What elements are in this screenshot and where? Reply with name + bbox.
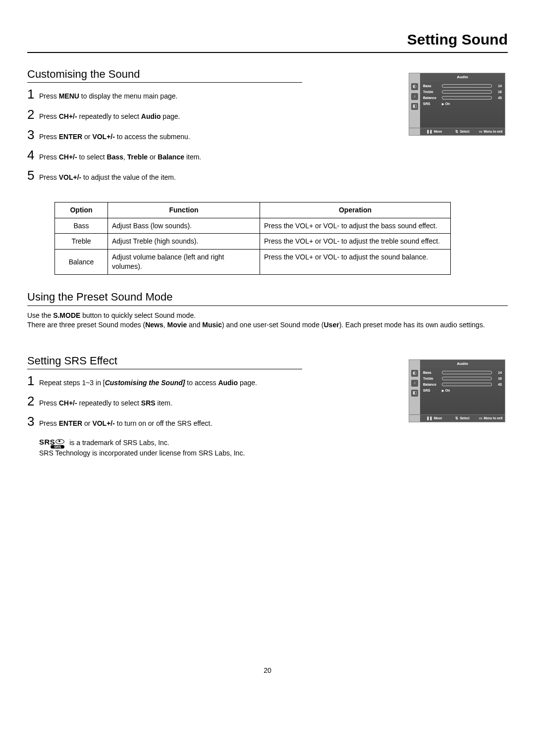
page-number: 20 xyxy=(27,666,508,675)
section-rule xyxy=(27,369,302,369)
step-1: 1 Press MENU to display the menu main pa… xyxy=(27,88,394,101)
osd-row-srs: SRSOn xyxy=(423,101,502,107)
step-4: 4 Press CH+/- to select Bass, Treble or … xyxy=(27,149,394,162)
picture-icon: ◐ xyxy=(411,83,418,90)
srs-logo-icon: SRS SRS xyxy=(39,438,64,449)
step-text: Press MENU to display the menu main page… xyxy=(39,90,177,101)
osd-title: Audio xyxy=(420,360,505,368)
step-text: Press VOL+/- to adjust the value of the … xyxy=(39,171,176,182)
step-3: 3 Press ENTER or VOL+/- to access the su… xyxy=(27,128,394,142)
step-number: 2 xyxy=(27,108,39,121)
step-1: 1 Repeat steps 1~3 in [Customising the S… xyxy=(27,374,394,388)
step-number: 1 xyxy=(27,374,39,387)
osd-row-treble: Treble16 xyxy=(423,89,502,95)
osd-footer: ❚❚Move ⇅Select ▭Menu to exit xyxy=(409,128,505,136)
step-2: 2 Press CH+/- repeatedly to select Audio… xyxy=(27,108,394,121)
osd-audio-menu: Audio ◐ ♪ ◧ Bass14 Treble16 Balance43 SR… xyxy=(409,359,505,423)
srs-trademark-block: SRS SRS is a trademark of SRS Labs, Inc.… xyxy=(39,438,394,458)
section-customising-title: Customising the Sound xyxy=(27,67,394,82)
section-srs-title: Setting SRS Effect xyxy=(27,353,394,368)
options-table: Option Function Operation Bass Adjust Ba… xyxy=(54,202,451,275)
osd-title: Audio xyxy=(420,73,505,81)
step-text: Press ENTER or VOL+/- to turn on or off … xyxy=(39,417,212,428)
misc-icon: ◧ xyxy=(411,103,418,110)
step-number: 4 xyxy=(27,149,39,161)
step-2: 2 Press CH+/- repeatedly to select SRS i… xyxy=(27,395,394,408)
step-5: 5 Press VOL+/- to adjust the value of th… xyxy=(27,169,394,182)
customising-steps: 1 Press MENU to display the menu main pa… xyxy=(27,88,394,182)
step-text: Repeat steps 1~3 in [Customising the Sou… xyxy=(39,376,257,388)
osd-audio-menu: Audio ◐ ♪ ◧ Bass14 Treble16 Balance43 SR… xyxy=(409,73,505,136)
step-3: 3 Press ENTER or VOL+/- to turn on or of… xyxy=(27,415,394,428)
page-title: Setting Sound xyxy=(27,30,508,50)
table-row: Bass Adjust Bass (low sounds). Press the… xyxy=(55,218,451,234)
osd-row-treble: Treble16 xyxy=(423,376,502,382)
table-row: Balance Adjust volume balance (left and … xyxy=(55,250,451,275)
osd-row-bass: Bass14 xyxy=(423,83,502,89)
title-rule xyxy=(27,52,508,53)
th-operation: Operation xyxy=(260,202,451,218)
section-rule xyxy=(27,305,508,306)
osd-row-srs: SRSOn xyxy=(423,388,502,394)
osd-row-balance: Balance43 xyxy=(423,382,502,388)
srs-trademark-line1: is a trademark of SRS Labs, Inc. xyxy=(69,439,169,447)
preset-paragraph: Use the S.MODE button to quickly select … xyxy=(27,311,508,330)
section-preset-title: Using the Preset Sound Mode xyxy=(27,290,508,304)
step-text: Press CH+/- repeatedly to select Audio p… xyxy=(39,110,180,121)
step-number: 3 xyxy=(27,415,39,428)
audio-icon: ♪ xyxy=(411,93,418,100)
step-text: Press CH+/- repeatedly to select SRS ite… xyxy=(39,397,172,408)
step-number: 3 xyxy=(27,128,39,141)
srs-steps: 1 Repeat steps 1~3 in [Customising the S… xyxy=(27,374,394,428)
step-text: Press CH+/- to select Bass, Treble or Ba… xyxy=(39,151,201,162)
th-function: Function xyxy=(108,202,260,218)
osd-row-balance: Balance43 xyxy=(423,95,502,101)
step-number: 2 xyxy=(27,395,39,407)
osd-footer: ❚❚Move ⇅Select ▭Menu to exit xyxy=(409,414,505,422)
osd-row-bass: Bass14 xyxy=(423,370,502,376)
audio-icon: ♪ xyxy=(411,380,418,387)
misc-icon: ◧ xyxy=(411,390,418,397)
picture-icon: ◐ xyxy=(411,370,418,377)
step-text: Press ENTER or VOL+/- to access the subm… xyxy=(39,130,190,142)
table-row: Treble Adjust Treble (high sounds). Pres… xyxy=(55,234,451,250)
th-option: Option xyxy=(55,202,108,218)
section-rule xyxy=(27,82,302,83)
step-number: 1 xyxy=(27,88,39,101)
step-number: 5 xyxy=(27,169,39,182)
srs-trademark-line2: SRS Technology is incorporated under lic… xyxy=(39,449,245,457)
